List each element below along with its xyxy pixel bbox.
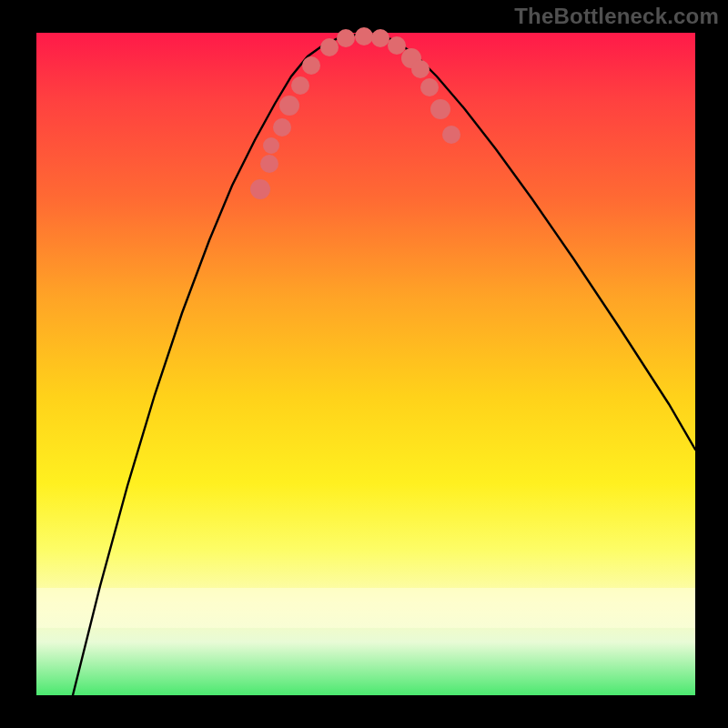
sample-dot [442,126,460,144]
curve-layer [36,33,695,695]
sample-dot [291,76,309,95]
sample-dot [260,155,278,173]
sample-dot [411,60,430,78]
sample-dot [250,179,270,199]
chart-frame: TheBottleneck.com [0,0,728,728]
sample-dot [355,27,373,46]
sample-dot [302,56,320,75]
sample-dot [273,118,291,136]
sample-dot [371,29,389,47]
sample-dot [430,99,450,119]
sample-dot [388,36,406,55]
bottleneck-curve [73,35,695,695]
sample-dot [337,29,355,47]
attribution-label: TheBottleneck.com [514,4,719,29]
plot-area [36,33,695,695]
sample-dot [279,96,299,116]
sample-dot [420,78,439,96]
sample-dot [263,137,279,154]
sample-dot [320,38,339,56]
sample-dots-group [250,27,460,199]
